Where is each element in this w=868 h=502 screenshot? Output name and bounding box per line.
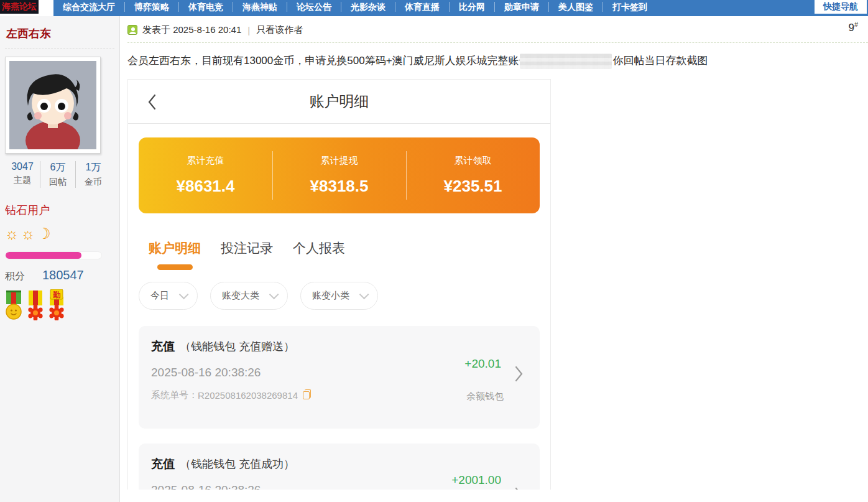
- nav-item-announcements[interactable]: 论坛公告: [287, 2, 341, 12]
- txn-subtype: （钱能钱包 充值成功）: [180, 457, 295, 472]
- stat-coins-label: 金币: [77, 177, 109, 188]
- nav-item-strategy[interactable]: 博弈策略: [125, 2, 179, 12]
- phone-body: 累计充值 ¥8631.4 累计提现 ¥8318.5 累计领取 ¥235.51 账…: [128, 137, 550, 490]
- txn-type: 充值: [151, 456, 175, 472]
- top-nav: 海燕论坛 综合交流大厅 博弈策略 体育电竞 海燕神贴 论坛公告 光影杂谈 体育直…: [0, 0, 868, 16]
- transaction-list: 充值 （钱能钱包 充值赠送） 2025-08-16 20:38:26 系统单号：…: [139, 326, 540, 490]
- copy-icon[interactable]: [303, 391, 310, 399]
- transaction-row[interactable]: 充值 （钱能钱包 充值成功） 2025-08-16 20:38:26 +2001…: [139, 444, 540, 490]
- post-content-before: 会员左西右东，目前现有13000金币，申请兑换500筹码+澳门威尼斯人娱乐城完整…: [127, 55, 530, 67]
- medal-flower-icon: [28, 291, 42, 320]
- tab-account-detail[interactable]: 账户明细: [149, 239, 201, 259]
- post-main: 发表于 2025-8-16 20:41 | 只看该作者 9# 会员左西右东，目前…: [120, 16, 868, 502]
- nav-item-forum-home[interactable]: 海燕论坛: [0, 0, 39, 14]
- txn-amount: +2001.00: [451, 473, 501, 487]
- stat-threads: 3047 主题: [5, 161, 40, 188]
- avatar[interactable]: [5, 57, 101, 154]
- stat-coins: 1万 金币: [76, 161, 111, 188]
- only-author-link[interactable]: 只看该作者: [256, 24, 303, 36]
- nav-item-scores[interactable]: 比分网: [450, 2, 495, 12]
- quick-nav-button[interactable]: 快捷导航: [815, 0, 867, 14]
- account-detail-screenshot: 账户明细 累计充值 ¥8631.4 累计提现 ¥8318.5 累计领取 ¥235…: [127, 79, 551, 490]
- nav-item-beauty-gallery[interactable]: 美人图鉴: [549, 2, 603, 12]
- author-username[interactable]: 左西右东: [5, 25, 114, 49]
- post-content-after: 你回帖当日存款截图: [613, 55, 708, 67]
- author-stats: 3047 主题 6万 回帖 1万 金币: [5, 161, 111, 188]
- score-row: 积分 180547: [5, 268, 114, 283]
- nav-menu: 综合交流大厅 博弈策略 体育电竞 海燕神贴 论坛公告 光影杂谈 体育直播 比分网…: [53, 0, 815, 14]
- nav-item-medal-apply[interactable]: 勋章申请: [495, 2, 549, 12]
- level-progress-bar: [5, 251, 102, 259]
- svg-text:勤: 勤: [53, 291, 60, 299]
- chevron-down-icon: [359, 290, 369, 300]
- stat-replies-value[interactable]: 6万: [42, 161, 74, 174]
- nav-item-sports-esports[interactable]: 体育电竞: [179, 2, 233, 12]
- nav-item-checkin[interactable]: 打卡签到: [603, 2, 657, 12]
- chevron-right-icon[interactable]: [515, 366, 524, 384]
- phone-header: 账户明细: [128, 80, 550, 124]
- total-claimed: 累计领取 ¥235.51: [406, 155, 540, 196]
- floor-number: 9#: [848, 21, 858, 34]
- filter-major-category-dropdown[interactable]: 账变大类: [210, 282, 288, 310]
- stat-threads-value[interactable]: 3047: [6, 161, 39, 172]
- post-time: 2025-8-16 20:41: [173, 24, 241, 35]
- nav-item-photography[interactable]: 光影杂谈: [341, 2, 395, 12]
- filter-row: 今日 账变大类 账变小类: [139, 282, 540, 310]
- filter-date-dropdown[interactable]: 今日: [139, 282, 198, 310]
- post-time-label: 发表于 2025-8-16 20:41: [142, 24, 241, 36]
- transaction-row[interactable]: 充值 （钱能钱包 充值赠送） 2025-08-16 20:38:26 系统单号：…: [139, 326, 540, 429]
- avatar-image: [9, 61, 96, 149]
- nav-home-wrap: 海燕论坛: [0, 0, 53, 16]
- medal-icons: 勤: [5, 289, 114, 323]
- level-star-icons: ☼☼☽: [5, 225, 114, 243]
- back-icon[interactable]: [147, 93, 157, 113]
- nav-item-top-posts[interactable]: 海燕神贴: [233, 2, 287, 12]
- level-progress-fill: [6, 252, 81, 259]
- chevron-down-icon: [269, 290, 279, 300]
- totals-summary-card: 累计充值 ¥8631.4 累计提现 ¥8318.5 累计领取 ¥235.51: [139, 137, 540, 213]
- page-body: 左西右东 3047 主题: [0, 16, 868, 502]
- chevron-right-icon[interactable]: [515, 487, 524, 490]
- medal-gold-icon: [6, 291, 21, 319]
- stat-replies-label: 回帖: [42, 177, 74, 188]
- redacted-blur-block: [520, 53, 612, 69]
- medal-diligent-icon: 勤: [49, 289, 63, 320]
- score-label: 积分: [5, 270, 25, 283]
- meta-divider: |: [247, 25, 250, 35]
- post-content: 会员左西右东，目前现有13000金币，申请兑换500筹码+澳门威尼斯人娱乐城完整…: [127, 53, 868, 69]
- txn-subtype: （钱能钱包 充值赠送）: [180, 339, 295, 354]
- txn-type: 充值: [151, 338, 175, 355]
- chevron-down-icon: [179, 290, 189, 300]
- author-sidebar: 左西右东 3047 主题: [0, 16, 120, 502]
- txn-amount: +20.01: [464, 357, 501, 371]
- tab-personal-report[interactable]: 个人报表: [293, 239, 345, 259]
- stat-threads-label: 主题: [6, 175, 39, 186]
- post-header: 发表于 2025-8-16 20:41 | 只看该作者 9#: [127, 21, 868, 39]
- active-tab-underline: [157, 264, 193, 270]
- tab-bet-records[interactable]: 投注记录: [221, 239, 273, 259]
- total-withdraw: 累计提现 ¥8318.5: [272, 155, 406, 196]
- post-header-divider: [127, 42, 868, 43]
- stat-coins-value[interactable]: 1万: [77, 161, 109, 174]
- phone-tabs: 账户明细 投注记录 个人报表: [139, 239, 540, 259]
- total-deposit: 累计充值 ¥8631.4: [139, 155, 272, 196]
- phone-page-title: 账户明细: [310, 91, 369, 111]
- user-level-badge: 钻石用户: [5, 203, 114, 218]
- txn-wallet: 余额钱包: [466, 391, 504, 402]
- score-value: 180547: [42, 268, 84, 282]
- filter-minor-category-dropdown[interactable]: 账变小类: [300, 282, 378, 310]
- poster-avatar-icon: [127, 25, 137, 35]
- nav-item-lobby[interactable]: 综合交流大厅: [53, 2, 125, 12]
- nav-item-sports-live[interactable]: 体育直播: [395, 2, 450, 12]
- stat-replies: 6万 回帖: [40, 161, 76, 188]
